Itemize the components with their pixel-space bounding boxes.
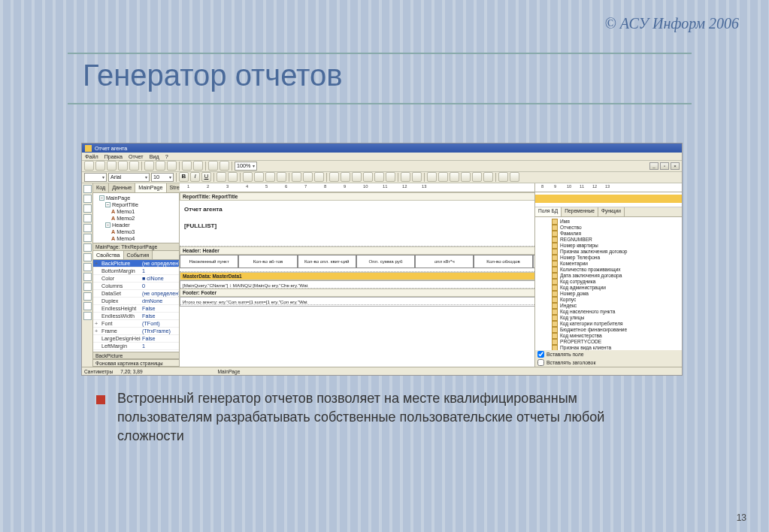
- fields-list[interactable]: ИмяОтчествоФамилияREGNUMBERНомер квартир…: [535, 217, 682, 351]
- obj-align-3[interactable]: [450, 172, 459, 182]
- frame-button[interactable]: [412, 172, 422, 182]
- save-button[interactable]: [107, 161, 117, 171]
- band-report-title[interactable]: ReportTitle: ReportTitle: [180, 192, 592, 201]
- data-tabs-2[interactable]: Поля БД Переменные Функции: [535, 207, 682, 217]
- field-item[interactable]: Код населенного пункта: [537, 309, 680, 315]
- tab-properties[interactable]: Свойства: [93, 251, 124, 259]
- memo-report-title[interactable]: Отчет агента: [184, 206, 223, 213]
- header-cell[interactable]: Кол-во аб-тов: [238, 255, 297, 268]
- copy-button[interactable]: [156, 161, 165, 171]
- align-center-button[interactable]: [254, 172, 264, 182]
- field-item[interactable]: Дата заключения договора: [537, 273, 680, 279]
- open-button[interactable]: [95, 161, 105, 171]
- field-item[interactable]: Имя: [537, 219, 680, 225]
- picture-tool[interactable]: [83, 243, 92, 252]
- fill-button[interactable]: [401, 172, 410, 182]
- header-cell[interactable]: Кол-во обходов: [474, 255, 532, 268]
- valign-mid-button[interactable]: [303, 172, 313, 182]
- paste-button[interactable]: [167, 161, 177, 171]
- field-item[interactable]: Бюджетное финансирование: [537, 327, 680, 333]
- report-tree[interactable]: −MainPage −ReportTitle AMemo1 AMemo2 −He…: [93, 193, 179, 243]
- tab-code[interactable]: Код: [93, 183, 109, 192]
- prop-row[interactable]: EndlessHeightFalse: [93, 305, 179, 313]
- border-all-button[interactable]: [374, 172, 384, 182]
- band-footer[interactable]: Footer: Footer: [180, 289, 592, 297]
- menu-file[interactable]: Файл: [85, 153, 98, 160]
- underline-button[interactable]: U: [201, 172, 211, 182]
- border-bottom-button[interactable]: [363, 172, 373, 182]
- field-item[interactable]: Корпус: [537, 297, 680, 303]
- ungroup-button[interactable]: [219, 161, 229, 171]
- menu-report[interactable]: Отчет: [129, 153, 144, 160]
- field-item[interactable]: Коментарии: [537, 261, 680, 267]
- field-item[interactable]: Индекс: [537, 303, 680, 309]
- italic-button[interactable]: I: [190, 172, 200, 182]
- zoom-control[interactable]: 100%: [235, 162, 257, 171]
- close-button[interactable]: ×: [671, 162, 680, 170]
- header-cell[interactable]: Опл. сумма руб: [356, 255, 415, 268]
- field-item[interactable]: Код администрации: [537, 285, 680, 291]
- chk2-insert-field[interactable]: [537, 351, 544, 358]
- border-top-button[interactable]: [341, 172, 350, 182]
- prop-row[interactable]: DuplexdmNone: [93, 298, 179, 305]
- redo-button[interactable]: [193, 161, 203, 171]
- memo-fulllist[interactable]: [FULLLIST]: [184, 222, 216, 229]
- menu-view[interactable]: Вид: [150, 153, 159, 160]
- field-item[interactable]: REGNUMBER: [537, 237, 680, 243]
- font-size-select[interactable]: 10: [151, 173, 174, 182]
- field-item[interactable]: Код министерства: [537, 333, 680, 339]
- tab2-db-fields[interactable]: Поля БД: [535, 207, 562, 216]
- page-canvas[interactable]: ReportTitle: ReportTitle Отчет агента [F…: [180, 192, 592, 367]
- format-tool[interactable]: [83, 224, 92, 232]
- field-item[interactable]: Признак вида клиента: [537, 345, 680, 351]
- border-right-button[interactable]: [352, 172, 362, 182]
- maximize-button[interactable]: ▫: [660, 162, 669, 170]
- subreport-tool[interactable]: [83, 253, 92, 261]
- field-item[interactable]: Номер квартиры: [537, 243, 680, 249]
- prop-row[interactable]: +Font(TFont): [93, 320, 179, 328]
- chk2-insert-caption[interactable]: [537, 359, 544, 366]
- ole-tool[interactable]: [83, 302, 92, 310]
- prop-row[interactable]: BottomMargin1: [93, 268, 179, 275]
- tab2-variables[interactable]: Переменные: [562, 207, 598, 216]
- field-item[interactable]: Код улицы: [537, 315, 680, 321]
- menu-help[interactable]: ?: [165, 153, 168, 160]
- align-left-button[interactable]: [243, 172, 253, 182]
- obj-align-1[interactable]: [427, 172, 437, 182]
- prop-row[interactable]: +Frame(TfrxFrame): [93, 328, 179, 335]
- text-tool[interactable]: [83, 214, 92, 222]
- minimize-button[interactable]: _: [649, 162, 658, 170]
- border-left-button[interactable]: [329, 172, 339, 182]
- barcode-tool[interactable]: [83, 292, 92, 301]
- menu-edit[interactable]: Правка: [104, 153, 123, 160]
- prop-row[interactable]: LeftMargin1: [93, 343, 179, 350]
- prop-row[interactable]: Color■ clNone: [93, 275, 179, 283]
- obj-align-2[interactable]: [438, 172, 448, 182]
- select-tool[interactable]: [83, 185, 92, 193]
- tab2-functions[interactable]: Функции: [598, 207, 625, 216]
- prop-row[interactable]: Columns0: [93, 283, 179, 290]
- align-justify-button[interactable]: [277, 172, 286, 182]
- line-tool[interactable]: [83, 263, 92, 271]
- band-header[interactable]: Header: Header: [180, 246, 592, 255]
- field-item[interactable]: PROPERTYCODE: [537, 339, 680, 345]
- tab-events[interactable]: События: [124, 251, 153, 259]
- hand-tool[interactable]: [83, 195, 92, 203]
- valign-bot-button[interactable]: [314, 172, 324, 182]
- field-item[interactable]: Признак заключения договор: [537, 249, 680, 255]
- property-grid[interactable]: +BackPicture(не определен)BottomMargin1C…: [93, 260, 179, 352]
- chart-tool[interactable]: [83, 283, 92, 291]
- header-cell[interactable]: опл к8т*ч: [415, 255, 474, 268]
- field-item[interactable]: Отчество: [537, 225, 680, 231]
- fontcolor-button[interactable]: [216, 172, 226, 182]
- new-button[interactable]: [84, 161, 94, 171]
- obj-align-4[interactable]: [461, 172, 471, 182]
- align-right-button[interactable]: [265, 172, 275, 182]
- preview-button[interactable]: [118, 161, 128, 171]
- band-tool[interactable]: [83, 234, 92, 242]
- cross-tool[interactable]: [83, 312, 92, 320]
- newpage-button[interactable]: [129, 161, 139, 171]
- field-item[interactable]: Код сотрудника: [537, 279, 680, 285]
- menubar[interactable]: Файл Правка Отчет Вид ?: [82, 153, 682, 161]
- field-item[interactable]: Номер Телефона: [537, 255, 680, 261]
